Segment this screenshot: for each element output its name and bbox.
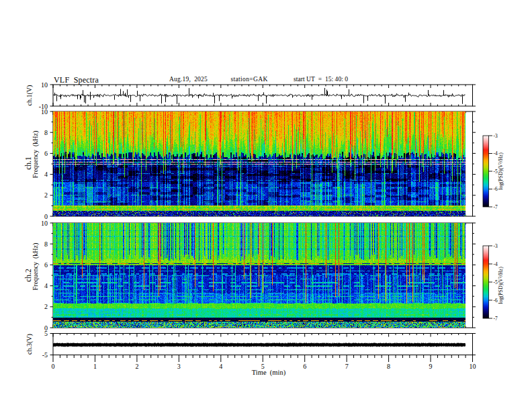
svg-text:8: 8 <box>387 363 390 370</box>
svg-text:6: 6 <box>44 150 48 157</box>
svg-text:0: 0 <box>52 363 55 370</box>
svg-text:VLF Spectra: VLF Spectra <box>54 75 99 85</box>
svg-text:-5: -5 <box>42 351 48 359</box>
svg-text:Aug.19, 2025: Aug.19, 2025 <box>169 76 208 83</box>
svg-text:4: 4 <box>44 171 48 178</box>
svg-text:2: 2 <box>44 303 48 310</box>
svg-text:ch.3(V): ch.3(V) <box>26 334 34 355</box>
svg-text:5: 5 <box>44 330 48 337</box>
svg-text:10: 10 <box>41 220 48 227</box>
svg-text:6: 6 <box>44 261 48 269</box>
svg-text:Time (min): Time (min) <box>252 369 286 377</box>
svg-text:-4: -4 <box>494 261 498 267</box>
svg-text:log(PSD)(V2/Hz): log(PSD)(V2/Hz) <box>498 267 504 304</box>
svg-text:1: 1 <box>93 363 97 370</box>
svg-text:2: 2 <box>44 191 48 199</box>
svg-text:-3: -3 <box>494 243 498 249</box>
svg-text:ch.1(V): ch.1(V) <box>26 85 34 106</box>
svg-text:8: 8 <box>44 129 48 136</box>
svg-text:7: 7 <box>345 363 349 370</box>
svg-text:4: 4 <box>219 363 222 370</box>
svg-text:station=GAK: station=GAK <box>231 76 268 83</box>
svg-text:4: 4 <box>44 282 48 289</box>
svg-text:start UT = 15: 40: 0: start UT = 15: 40: 0 <box>294 76 348 83</box>
svg-text:log(PSD)(V2/Hz): log(PSD)(V2/Hz) <box>498 152 504 190</box>
svg-text:10: 10 <box>41 108 48 116</box>
svg-text:8: 8 <box>44 240 48 248</box>
svg-text:6: 6 <box>303 363 306 370</box>
svg-text:-7: -7 <box>494 204 498 210</box>
svg-text:10: 10 <box>470 363 476 370</box>
svg-text:2: 2 <box>135 363 138 370</box>
svg-text:3: 3 <box>177 363 181 370</box>
svg-text:Frequency (kHz): Frequency (kHz) <box>32 131 40 179</box>
svg-text:10: 10 <box>41 81 48 89</box>
svg-text:-7: -7 <box>494 316 498 322</box>
svg-text:9: 9 <box>429 363 433 370</box>
svg-text:Frequency (kHz): Frequency (kHz) <box>32 243 40 291</box>
svg-text:-3: -3 <box>494 133 498 139</box>
